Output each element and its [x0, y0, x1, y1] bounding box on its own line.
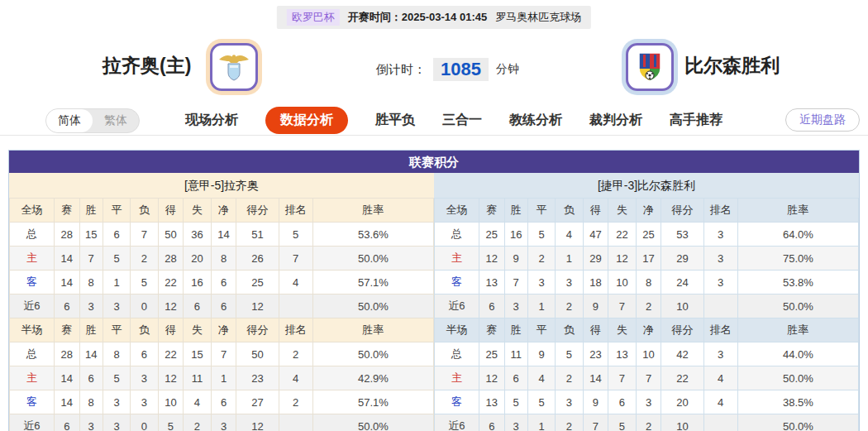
row-label: 近6: [435, 414, 479, 431]
column-header: 净: [211, 318, 236, 342]
stat-cell: 10: [661, 295, 703, 318]
tab-item[interactable]: 现场分析: [185, 112, 238, 129]
stat-cell: 5: [103, 247, 130, 271]
stat-cell: 7: [608, 295, 636, 318]
stat-cell: 6: [103, 223, 130, 247]
column-header: 得: [583, 199, 608, 223]
home-stats-table-wrap: 全场赛胜平负得失净得分排名胜率总28156750361451553.6%主147…: [9, 198, 434, 431]
stat-cell: 1: [556, 247, 583, 271]
stat-cell: 7: [131, 223, 158, 247]
recent-odds-button[interactable]: 近期盘路: [785, 108, 860, 132]
stat-cell: 6: [479, 414, 504, 431]
column-header: 排名: [279, 318, 312, 342]
stat-cell: 14: [54, 390, 79, 414]
stat-cell: 13: [479, 390, 504, 414]
language-toggle[interactable]: 简体 繁体: [45, 108, 140, 133]
row-label: 总: [435, 342, 479, 366]
countdown: 倒计时： 1085 分钟: [376, 58, 519, 81]
stat-cell: 7: [211, 342, 236, 366]
stat-cell: 42.9%: [312, 366, 433, 390]
column-header: 得: [158, 199, 184, 223]
stat-cell: 25: [479, 223, 504, 247]
column-header: 平: [527, 318, 555, 342]
stat-cell: 3: [636, 390, 661, 414]
column-header: 负: [556, 199, 583, 223]
tab-item[interactable]: 胜平负: [375, 112, 415, 129]
column-header: 胜: [504, 318, 527, 342]
stat-cell: 5: [131, 271, 158, 295]
stat-cell: 53.8%: [737, 271, 858, 295]
stat-cell: 4: [279, 366, 312, 390]
stat-cell: [703, 414, 737, 431]
stat-cell: 6: [211, 390, 236, 414]
row-label: 近6: [10, 414, 55, 431]
column-header: 胜率: [312, 318, 433, 342]
column-header: 全场: [10, 199, 55, 223]
home-team-name: 拉齐奥(主): [103, 53, 191, 79]
column-header: 得: [583, 318, 608, 342]
stat-cell: 3: [504, 295, 527, 318]
table-row: 总25165447222553364.0%: [435, 223, 859, 247]
venue-name: 罗马奥林匹克球场: [495, 10, 581, 25]
stat-cell: 57.1%: [312, 390, 433, 414]
lang-simplified-button[interactable]: 简体: [46, 109, 93, 132]
row-label: 近6: [10, 295, 55, 318]
stat-cell: [279, 414, 312, 431]
tab-item[interactable]: 高手推荐: [670, 112, 723, 129]
row-label: 总: [435, 223, 479, 247]
stat-cell: 12: [608, 247, 636, 271]
stat-cell: 3: [103, 295, 130, 318]
column-header: 排名: [703, 318, 737, 342]
away-stats-table-wrap: 全场赛胜平负得失净得分排名胜率总25165447222553364.0%主129…: [434, 198, 859, 431]
stat-cell: 53: [661, 223, 703, 247]
analysis-tabs: 现场分析数据分析胜平负三合一教练分析裁判分析高手推荐: [185, 106, 723, 135]
table-row: 近663305231250.0%: [10, 414, 434, 431]
stat-cell: 25: [479, 342, 504, 366]
stat-cell: 14: [54, 247, 79, 271]
column-header: 赛: [54, 318, 79, 342]
stat-cell: 2: [556, 295, 583, 318]
league-badge: 欧罗巴杯: [287, 9, 340, 26]
stat-cell: 25: [636, 223, 661, 247]
table-row: 主12642147722450.0%: [435, 366, 859, 390]
column-header-row: 全场赛胜平负得失净得分排名胜率: [435, 199, 859, 223]
stat-cell: 12: [158, 366, 184, 390]
stat-cell: 6: [131, 342, 158, 366]
stat-cell: 11: [184, 366, 211, 390]
stat-cell: 3: [703, 223, 737, 247]
stat-cell: 47: [583, 223, 608, 247]
stat-cell: 50.0%: [737, 366, 858, 390]
stat-cell: 8: [103, 342, 130, 366]
column-header: 胜率: [737, 199, 858, 223]
tab-active[interactable]: 数据分析: [265, 107, 348, 134]
column-header: 失: [608, 318, 636, 342]
stat-cell: 4: [184, 390, 211, 414]
tab-item[interactable]: 教练分析: [509, 112, 562, 129]
stat-cell: 20: [184, 247, 211, 271]
column-header: 排名: [279, 199, 312, 223]
tab-item[interactable]: 裁判分析: [589, 112, 642, 129]
column-header: 半场: [435, 318, 479, 342]
away-stats-table: 全场赛胜平负得失净得分排名胜率总25165447222553364.0%主129…: [434, 198, 859, 431]
stat-cell: 2: [556, 414, 583, 431]
stat-cell: 3: [703, 342, 737, 366]
stat-cell: 12: [479, 366, 504, 390]
stat-cell: 8: [79, 271, 103, 295]
stat-cell: 3: [556, 390, 583, 414]
stat-cell: 28: [158, 247, 184, 271]
stat-cell: 17: [636, 247, 661, 271]
stat-cell: 50.0%: [312, 414, 433, 431]
stat-cell: 7: [504, 271, 527, 295]
lang-traditional-button[interactable]: 繁体: [93, 109, 139, 132]
column-header: 全场: [435, 199, 479, 223]
stat-cell: 12: [479, 247, 504, 271]
tab-item[interactable]: 三合一: [442, 112, 482, 129]
stat-cell: 3: [79, 295, 103, 318]
stat-cell: 12: [236, 295, 279, 318]
column-header: 赛: [479, 318, 504, 342]
column-header: 净: [211, 199, 236, 223]
column-header-row: 半场赛胜平负得失净得分排名胜率: [10, 318, 434, 342]
stat-cell: 18: [583, 271, 608, 295]
stat-cell: 5: [279, 223, 312, 247]
table-row: 客137331810824353.8%: [435, 271, 859, 295]
